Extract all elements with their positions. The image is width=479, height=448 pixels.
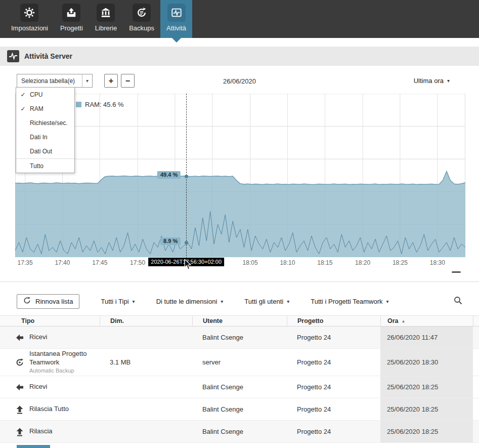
table-row[interactable]: Ricevi Balint Csenge Progetto 24 26/06/2… xyxy=(0,327,479,349)
select-tables-label: Seleziona tabella(e) xyxy=(17,77,82,85)
x-axis-tick: 18:15 xyxy=(317,259,332,266)
table-row[interactable]: Ricevi Balint Csenge Progetto 24 25/06/2… xyxy=(0,376,479,398)
x-axis-tick: 18:05 xyxy=(243,259,258,266)
cell-ora: 25/06/2020 18:30 xyxy=(380,349,473,376)
cell-progetto: Progetto 24 xyxy=(287,327,380,348)
header-gutter xyxy=(473,316,479,326)
zoom-out-button[interactable]: − xyxy=(121,74,135,88)
cell-ora: 25/06/2020 18:25 xyxy=(380,421,473,442)
cell-progetto: Progetto 24 xyxy=(287,376,380,398)
menu-item-label: Dati In xyxy=(30,134,48,141)
column-header-ora[interactable]: Ora ▲ xyxy=(380,316,473,326)
snapshot-icon xyxy=(15,358,24,367)
chart-plot-area[interactable] xyxy=(15,94,465,257)
cell-tipo: Rilascia xyxy=(0,421,100,442)
cell-tipo: Rilascia Tutto xyxy=(0,398,100,420)
column-header-progetto[interactable]: Progetto xyxy=(287,316,380,326)
row-gutter xyxy=(473,349,479,376)
mouse-cursor xyxy=(184,259,192,272)
menu-item-dati-in[interactable]: ✓ Dati In xyxy=(16,130,74,144)
sort-ascending-icon: ▲ xyxy=(402,319,406,323)
checkmark-icon: ✓ xyxy=(16,105,30,112)
filter-users[interactable]: Tutti gli utenti ▾ xyxy=(244,298,289,305)
cell-progetto: Progetto 24 xyxy=(287,349,380,376)
chart-legend: RAM: 45.6 % xyxy=(76,101,124,108)
cell-ora: 26/06/2020 11:47 xyxy=(380,327,473,348)
menu-item-dati-out[interactable]: ✓ Dati Out xyxy=(16,144,74,158)
tab-librerie[interactable]: Librerie xyxy=(89,0,123,38)
tab-backups[interactable]: Backups xyxy=(123,0,160,38)
activity-icon xyxy=(167,4,186,22)
x-axis-tick: 17:50 xyxy=(130,259,145,266)
cell-dim xyxy=(100,376,192,398)
search-icon xyxy=(454,296,462,307)
main-toolbar: Impostazioni Progetti Librerie xyxy=(0,0,479,38)
activity-list-toolbar: Rinnova lista Tutti i Tipi ▾ Di tutte le… xyxy=(0,293,479,310)
receive-arrow-icon xyxy=(15,333,24,342)
cell-dim xyxy=(100,327,192,348)
x-axis-tick: 18:30 xyxy=(430,259,445,266)
cell-ora: 25/06/2020 18:25 xyxy=(380,398,473,420)
search-button[interactable] xyxy=(454,296,462,307)
table-row[interactable]: Rilascia Tutto Balint Csenge Progetto 24… xyxy=(0,398,479,421)
cell-progetto: Progetto 24 xyxy=(287,398,380,420)
partial-next-row xyxy=(0,443,479,448)
release-arrow-icon xyxy=(15,405,24,414)
cell-utente: Balint Csenge xyxy=(192,327,287,348)
cell-tipo: Istantanea Progetto Teamwork Automatic B… xyxy=(0,349,100,376)
tab-label: Progetti xyxy=(60,24,83,32)
x-axis-tick: 18:10 xyxy=(280,259,295,266)
cpu-value-tooltip: 8.9 % xyxy=(160,237,181,245)
section-title: Attività Server xyxy=(24,52,72,60)
time-range-selector[interactable]: Ultima ora ▾ xyxy=(414,77,450,85)
zoom-in-button[interactable]: + xyxy=(104,74,118,88)
chevron-down-icon: ▾ xyxy=(221,299,223,304)
table-row[interactable]: Rilascia Balint Csenge Progetto 24 25/06… xyxy=(0,421,479,443)
table-header-row: Tipo Dim. Utente Progetto Ora ▲ xyxy=(0,315,479,327)
menu-item-label: CPU xyxy=(30,91,42,98)
checkmark-icon: ✓ xyxy=(16,91,30,98)
chevron-down-icon: ▾ xyxy=(447,78,450,84)
column-header-tipo[interactable]: Tipo xyxy=(0,316,100,326)
table-select-menu: ✓ CPU ✓ RAM ✓ Richieste/sec. ✓ Dati In ✓… xyxy=(16,87,75,173)
table-row[interactable]: Istantanea Progetto Teamwork Automatic B… xyxy=(0,349,479,376)
filter-label: Tutti i Tipi xyxy=(101,298,128,305)
menu-item-tutto[interactable]: ✓ Tutto xyxy=(16,158,74,173)
activity-table: Tipo Dim. Utente Progetto Ora ▲ Ricevi B… xyxy=(0,315,479,443)
column-header-utente[interactable]: Utente xyxy=(192,316,287,326)
filter-types[interactable]: Tutti i Tipi ▾ xyxy=(101,298,135,305)
menu-item-ram[interactable]: ✓ RAM xyxy=(16,102,74,116)
column-header-dim[interactable]: Dim. xyxy=(100,316,192,326)
tab-attivita[interactable]: Attività xyxy=(160,0,192,38)
x-axis-tick: 17:40 xyxy=(55,259,70,266)
tab-progetti[interactable]: Progetti xyxy=(54,0,89,38)
activity-chart[interactable]: RAM: 45.6 % 49.4 % 8.9 % 17:35 17:40 17:… xyxy=(15,94,465,257)
active-tab-pointer xyxy=(172,38,181,43)
release-arrow-icon xyxy=(15,427,24,436)
refresh-list-button[interactable]: Rinnova lista xyxy=(17,294,79,309)
tab-impostazioni[interactable]: Impostazioni xyxy=(5,0,54,38)
refresh-icon xyxy=(23,297,31,306)
select-tables-dropdown-button[interactable]: Seleziona tabella(e) ▾ xyxy=(17,74,93,88)
x-axis-tick: 17:45 xyxy=(92,259,107,266)
filter-sizes[interactable]: Di tutte le dimensioni ▾ xyxy=(156,298,224,305)
cell-ora: 25/06/2020 18:25 xyxy=(380,376,473,398)
activity-pulse-icon xyxy=(7,50,19,62)
chart-resize-handle[interactable] xyxy=(452,271,461,273)
ram-cursor-dot xyxy=(185,175,188,178)
tab-label: Backups xyxy=(129,24,154,32)
cell-progetto: Progetto 24 xyxy=(287,421,380,442)
x-axis-tick: 18:25 xyxy=(393,259,408,266)
menu-item-richieste[interactable]: ✓ Richieste/sec. xyxy=(16,116,74,130)
tab-label: Impostazioni xyxy=(11,24,48,32)
menu-item-label: Dati Out xyxy=(30,148,52,155)
cell-tipo: Ricevi xyxy=(0,376,100,398)
filter-projects[interactable]: Tutti i Progetti Teamwork ▾ xyxy=(311,298,388,305)
menu-item-label: Richieste/sec. xyxy=(30,119,68,127)
menu-item-cpu[interactable]: ✓ CPU xyxy=(16,88,74,102)
gear-icon xyxy=(20,4,38,22)
cpu-cursor-dot xyxy=(185,241,188,245)
app-window: Impostazioni Progetti Librerie xyxy=(0,0,479,448)
row-gutter xyxy=(473,398,479,420)
cell-utente: server xyxy=(192,349,287,376)
